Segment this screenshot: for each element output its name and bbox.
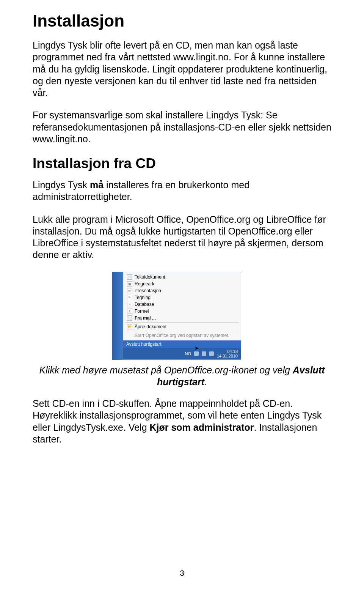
drawing-icon: ✎ bbox=[127, 295, 132, 300]
language-indicator: NO bbox=[185, 351, 191, 356]
menu-item-text-document[interactable]: 📄 Tekstdokument bbox=[126, 274, 238, 280]
screenshot-figure: 📄 Tekstdokument ▦ Regneark ▭ Presentasjo… bbox=[33, 272, 331, 360]
menu-item-from-template[interactable]: 📑 Fra mal ... bbox=[126, 315, 238, 321]
template-icon: 📑 bbox=[127, 315, 132, 321]
menu-item-formula[interactable]: Σ Formel bbox=[126, 308, 238, 315]
system-tray: NO 04:18 14.01.2010 bbox=[123, 348, 241, 359]
text-bold-run-as-admin: Kjør som administrator bbox=[150, 422, 254, 433]
paragraph-close-programs: Lukk alle program i Microsoft Office, Op… bbox=[33, 214, 331, 261]
tray-icon bbox=[209, 351, 214, 356]
tray-icon bbox=[202, 351, 206, 356]
paragraph-admin-rights: Lingdys Tysk må installeres fra en bruke… bbox=[33, 179, 331, 203]
caption-text: . bbox=[204, 376, 207, 387]
caption-text: Klikk med høyre musetast på OpenOffice.o… bbox=[39, 365, 292, 375]
spreadsheet-icon: ▦ bbox=[127, 281, 132, 287]
text-span: Lingdys Tysk bbox=[33, 180, 90, 190]
page-title: Installasjon bbox=[33, 11, 331, 30]
menu-separator bbox=[126, 331, 238, 331]
menu-label-highlighted: Avslutt hurtigstart bbox=[126, 342, 161, 347]
menu-label: Fra mal ... bbox=[135, 315, 156, 321]
tray-icon bbox=[194, 351, 199, 356]
formula-icon: Σ bbox=[127, 309, 132, 314]
cursor-icon: ➤ bbox=[195, 345, 199, 351]
presentation-icon: ▭ bbox=[127, 288, 132, 293]
time-text: 04:18 bbox=[227, 349, 238, 354]
menu-label: Start OpenOffice.org ved oppstart av sys… bbox=[135, 333, 229, 338]
menu-label: Presentasjon bbox=[135, 288, 161, 293]
menu-label: Database bbox=[135, 302, 154, 307]
text-bold-must: må bbox=[90, 180, 104, 190]
menu-label: Åpne dokument bbox=[135, 324, 166, 329]
menu-label: Regneark bbox=[135, 281, 154, 287]
menu-item-quit-quickstart[interactable]: Avslutt hurtigstart ➤ bbox=[123, 340, 241, 348]
heading-install-cd: Installasjon fra CD bbox=[33, 156, 331, 172]
menu-label: Formel bbox=[135, 309, 149, 314]
clock: 04:18 14.01.2010 bbox=[217, 349, 238, 358]
database-icon: ≡ bbox=[127, 302, 132, 307]
menu-item-open-document[interactable]: 📂 Åpne dokument bbox=[126, 323, 238, 330]
menu-label: Tekstdokument bbox=[135, 274, 165, 280]
paragraph-insert-cd: Sett CD-en inn i CD-skuffen. Åpne mappei… bbox=[33, 398, 331, 445]
page-number: 3 bbox=[0, 569, 364, 578]
menu-item-presentation[interactable]: ▭ Presentasjon bbox=[126, 287, 238, 294]
menu-separator bbox=[126, 322, 238, 323]
open-folder-icon: 📂 bbox=[127, 324, 132, 329]
paragraph-sysadmin: For systemansvarlige som skal installere… bbox=[33, 109, 331, 145]
menu-label: Tegning bbox=[135, 295, 151, 300]
taskbar-strip bbox=[112, 272, 123, 360]
date-text: 14.01.2010 bbox=[217, 354, 238, 358]
menu-item-database[interactable]: ≡ Database bbox=[126, 301, 238, 308]
menu-item-spreadsheet[interactable]: ▦ Regneark bbox=[126, 280, 238, 287]
menu-item-drawing[interactable]: ✎ Tegning bbox=[126, 294, 238, 301]
text-document-icon: 📄 bbox=[127, 274, 132, 280]
paragraph-intro: Lingdys Tysk blir ofte levert på en CD, … bbox=[33, 39, 331, 99]
figure-caption: Klikk med høyre musetast på OpenOffice.o… bbox=[33, 364, 331, 388]
context-menu: 📄 Tekstdokument ▦ Regneark ▭ Presentasjo… bbox=[123, 272, 241, 360]
menu-item-startup[interactable]: Start OpenOffice.org ved oppstart av sys… bbox=[126, 332, 238, 339]
